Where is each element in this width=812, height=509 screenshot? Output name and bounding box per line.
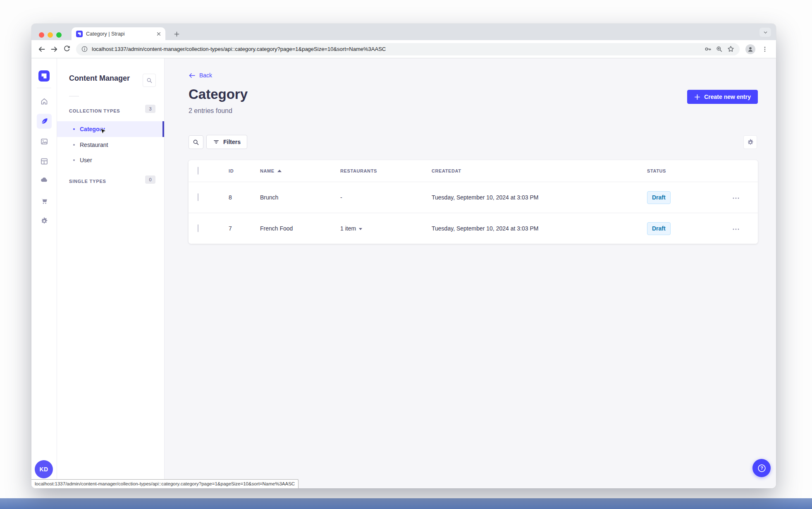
cell-createdat: Tuesday, September 10, 2024 at 3:03 PM	[432, 225, 647, 232]
desktop-wallpaper-strip	[0, 498, 812, 509]
table-row-french-food[interactable]: 7 French Food 1 item Tuesday, September …	[189, 213, 758, 244]
url-address-bar[interactable]: localhost:1337/admin/content-manager/col…	[76, 43, 740, 55]
row-checkbox[interactable]	[198, 193, 198, 201]
cell-createdat: Tuesday, September 10, 2024 at 3:03 PM	[432, 194, 647, 201]
window-controls	[39, 32, 62, 38]
mouse-cursor	[100, 128, 107, 138]
column-header-createdat[interactable]: CREATEDAT	[432, 168, 647, 173]
tab-strip-chevron-down-icon[interactable]	[759, 28, 771, 37]
sidebar-item-user[interactable]: User	[57, 152, 164, 168]
sidebar-item-label: User	[80, 157, 92, 163]
table-row-brunch[interactable]: 8 Brunch - Tuesday, September 10, 2024 a…	[189, 182, 758, 213]
column-header-name[interactable]: NAME	[260, 168, 340, 173]
single-types-label: Single Types	[69, 179, 106, 184]
browser-toolbar: localhost:1337/admin/content-manager/col…	[31, 40, 776, 58]
sidebar-search-icon[interactable]	[143, 74, 156, 87]
single-types-count-badge: 0	[145, 175, 155, 184]
main-nav-rail: KD	[31, 58, 57, 488]
column-header-id[interactable]: ID	[229, 168, 260, 173]
collection-types-count-badge: 3	[145, 105, 155, 113]
svg-text:?: ?	[760, 466, 763, 471]
cell-name: French Food	[260, 225, 340, 232]
bullet-icon	[73, 144, 75, 146]
user-avatar[interactable]: KD	[35, 460, 53, 478]
sort-ascending-icon	[277, 170, 282, 172]
strapi-logo[interactable]	[38, 70, 50, 82]
content-type-builder-layout-icon[interactable]	[37, 154, 52, 169]
close-window-button[interactable]	[39, 32, 44, 38]
link-status-bar: localhost:1337/admin/content-manager/col…	[31, 479, 299, 488]
status-badge-draft: Draft	[647, 191, 671, 204]
column-header-name-label: NAME	[260, 168, 275, 173]
view-settings-gear-icon[interactable]	[743, 135, 757, 149]
sidebar-item-category[interactable]: Category	[57, 121, 164, 137]
browser-tab-category-strapi[interactable]: Category | Strapi	[72, 27, 165, 40]
row-actions-ellipsis-icon[interactable]	[732, 194, 740, 201]
cell-id: 7	[229, 225, 260, 232]
browser-tab-strip: Category | Strapi	[31, 24, 776, 40]
home-icon[interactable]	[37, 94, 52, 109]
cloud-icon[interactable]	[37, 172, 52, 187]
new-tab-button[interactable]	[171, 29, 182, 39]
row-actions-ellipsis-icon[interactable]	[732, 225, 740, 232]
plus-icon	[694, 94, 700, 100]
strapi-app: KD Content Manager Collection Types 3 Ca…	[31, 58, 776, 488]
sidebar-item-restaurant[interactable]: Restaurant	[57, 137, 164, 153]
bullet-icon	[73, 159, 75, 161]
cell-name: Brunch	[260, 194, 340, 201]
forward-icon[interactable]	[48, 43, 60, 55]
table-header-row: ID NAME RESTAURANTS CREATEDAT STATUS	[189, 160, 758, 182]
content-manager-feather-icon[interactable]	[37, 114, 52, 129]
column-header-status[interactable]: STATUS	[647, 168, 729, 173]
url-text[interactable]: localhost:1337/admin/content-manager/col…	[92, 46, 700, 52]
main-panel: Back Category 2 entries found Create new…	[165, 58, 776, 488]
tab-title: Category | Strapi	[86, 31, 152, 37]
desktop-background: Category | Strapi	[0, 0, 812, 509]
back-icon[interactable]	[36, 43, 48, 55]
filter-icon	[213, 139, 220, 145]
sidebar-title: Content Manager	[69, 74, 130, 83]
site-info-icon[interactable]	[81, 46, 88, 53]
collection-types-label: Collection Types	[69, 108, 120, 113]
column-header-restaurants[interactable]: RESTAURANTS	[340, 168, 432, 173]
reload-icon[interactable]	[60, 43, 73, 55]
browser-window: Category | Strapi	[31, 24, 776, 488]
back-link[interactable]: Back	[189, 72, 212, 79]
settings-gear-icon[interactable]	[37, 214, 52, 228]
filters-button[interactable]: Filters	[206, 135, 247, 149]
filters-label: Filters	[223, 139, 241, 145]
browser-profile-avatar[interactable]	[745, 44, 755, 54]
back-label: Back	[199, 72, 212, 79]
sidebar-item-label: Restaurant	[80, 142, 108, 148]
minimize-window-button[interactable]	[48, 32, 53, 38]
cell-id: 8	[229, 194, 260, 201]
create-new-entry-label: Create new entry	[704, 94, 751, 100]
cell-restaurants-count[interactable]: 1 item	[340, 225, 432, 232]
question-mark-icon: ?	[757, 463, 767, 473]
cell-restaurants: -	[340, 194, 432, 201]
maximize-window-button[interactable]	[56, 32, 62, 38]
relation-count-label: 1 item	[340, 225, 356, 232]
strapi-favicon-icon	[76, 31, 83, 37]
status-badge-draft: Draft	[647, 222, 671, 235]
browser-menu-kebab-icon[interactable]	[759, 43, 771, 55]
media-library-icon[interactable]	[37, 134, 52, 149]
row-checkbox[interactable]	[198, 224, 198, 232]
bookmark-star-icon[interactable]	[727, 45, 735, 53]
chevron-down-icon	[359, 228, 362, 230]
password-key-icon[interactable]	[704, 45, 712, 53]
tab-close-icon[interactable]	[155, 31, 162, 37]
bullet-icon	[73, 128, 75, 130]
sidebar-divider	[69, 96, 79, 96]
content-manager-sidebar: Content Manager Collection Types 3 Categ…	[57, 58, 165, 488]
marketplace-cart-icon[interactable]	[37, 194, 52, 209]
list-search-icon[interactable]	[189, 135, 203, 149]
entries-table: ID NAME RESTAURANTS CREATEDAT STATUS 8	[189, 160, 758, 244]
create-new-entry-button[interactable]: Create new entry	[687, 90, 758, 104]
select-all-checkbox[interactable]	[198, 167, 198, 175]
rail-divider	[37, 88, 51, 88]
entries-count-text: 2 entries found	[189, 107, 232, 115]
page-title: Category	[189, 86, 248, 102]
zoom-in-page-icon[interactable]	[716, 46, 723, 53]
help-button[interactable]: ?	[752, 459, 771, 477]
